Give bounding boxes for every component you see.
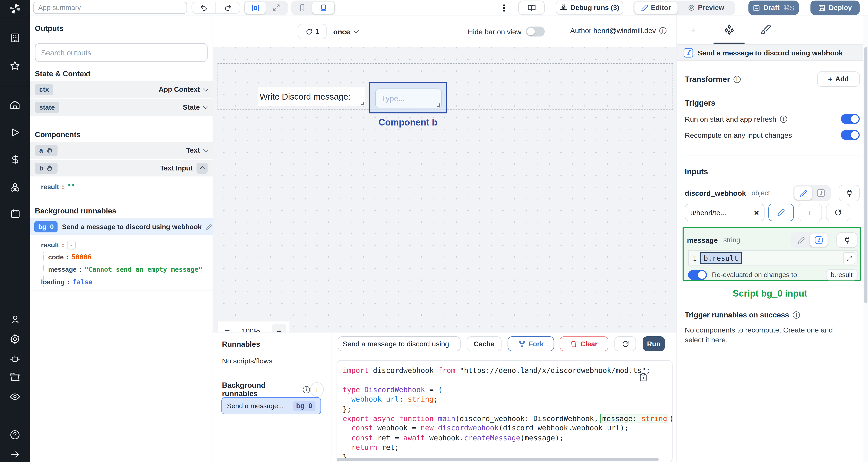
resource-input[interactable]: u/henri/te... × xyxy=(685,204,765,221)
runs-play-icon[interactable] xyxy=(0,125,30,140)
text-input-component[interactable]: Type... xyxy=(375,89,442,108)
home-icon[interactable] xyxy=(0,97,30,112)
scrollbar-track[interactable] xyxy=(863,15,868,462)
output-row-state[interactable]: state State xyxy=(30,99,213,116)
hide-bar-toggle[interactable] xyxy=(526,27,545,37)
zoom-in-button[interactable]: + xyxy=(272,324,286,332)
bg0-runnable-item[interactable]: Send a message... bg_0 xyxy=(221,397,321,414)
deploy-button[interactable]: Deploy xyxy=(810,1,860,15)
pencil-icon xyxy=(777,209,785,217)
variables-dollar-icon[interactable] xyxy=(0,153,30,167)
redo-button[interactable] xyxy=(216,2,240,13)
app-summary-input[interactable] xyxy=(33,2,187,14)
chevron-down-icon[interactable] xyxy=(203,104,208,109)
docs-book-button[interactable] xyxy=(518,1,545,15)
reeval-toggle[interactable] xyxy=(688,270,707,280)
undo-button[interactable] xyxy=(192,2,216,13)
zoom-out-button[interactable]: − xyxy=(225,326,230,332)
connect-plug-button[interactable] xyxy=(839,185,860,201)
component-row-b[interactable]: b Text Input xyxy=(30,160,213,177)
bg0-row[interactable]: bg_0 Send a message to discord using web… xyxy=(30,219,213,235)
add-transformer-button[interactable]: +Add xyxy=(817,71,860,87)
components-settings-tab[interactable] xyxy=(723,24,735,35)
fullscreen-layout-button[interactable] xyxy=(266,2,287,14)
cache-button[interactable]: Cache xyxy=(467,336,502,351)
workers-eye-icon[interactable] xyxy=(0,389,30,404)
copy-code-icon[interactable] xyxy=(639,373,648,382)
chevron-up-icon[interactable] xyxy=(196,163,208,174)
add-background-runnable-button[interactable]: + xyxy=(310,382,324,397)
script-panel: Cache Fork Clear Run import discordwebho… xyxy=(332,332,677,462)
edit-resource-button[interactable] xyxy=(768,204,794,221)
windmill-logo[interactable] xyxy=(0,0,30,18)
info-icon[interactable]: i xyxy=(659,27,666,34)
run-on-start-toggle[interactable] xyxy=(841,114,860,124)
workspace-building-icon[interactable] xyxy=(0,31,30,45)
user-icon[interactable] xyxy=(0,312,30,327)
layout-toggle-group xyxy=(244,1,288,15)
draft-button[interactable]: Draft⌘S xyxy=(748,1,799,15)
info-icon[interactable]: i xyxy=(793,311,800,319)
frequency-dropdown[interactable]: once xyxy=(333,24,359,39)
add-component-tab[interactable]: + xyxy=(690,26,696,35)
edit-pencil-icon[interactable] xyxy=(206,224,212,230)
tab-editor[interactable]: Editor xyxy=(634,2,678,14)
recompute-toggle[interactable] xyxy=(841,130,860,140)
resize-handle[interactable] xyxy=(361,102,364,105)
refresh-script-button[interactable] xyxy=(614,336,636,351)
help-icon[interactable] xyxy=(0,427,30,442)
info-icon[interactable]: i xyxy=(303,386,310,393)
schedules-calendar-icon[interactable] xyxy=(0,206,30,221)
refresh-icon xyxy=(834,209,842,217)
message-value: "Cannot send an empty message" xyxy=(84,265,202,273)
expression-editor[interactable]: 1 b.result xyxy=(688,250,858,266)
paintbrush-icon xyxy=(760,24,771,35)
info-icon[interactable]: i xyxy=(780,115,787,123)
create-resource-button[interactable]: + xyxy=(798,204,822,221)
tab-preview[interactable]: Preview xyxy=(678,2,734,14)
text-component-a[interactable]: Write Discord message: xyxy=(258,87,365,106)
settings-gear-icon[interactable] xyxy=(0,332,30,347)
clear-resource-x-icon[interactable]: × xyxy=(754,208,759,217)
desktop-view-button[interactable] xyxy=(312,2,334,14)
styling-brush-tab[interactable] xyxy=(760,24,771,35)
eval-mode[interactable]: f xyxy=(810,233,828,247)
mobile-view-button[interactable] xyxy=(292,2,312,14)
chevron-down-icon[interactable] xyxy=(203,86,208,92)
component-row-a[interactable]: a Text xyxy=(30,142,213,159)
expand-editor-icon[interactable] xyxy=(843,252,855,264)
static-pencil-mode[interactable] xyxy=(792,233,810,247)
refresh-resource-button[interactable] xyxy=(826,204,850,221)
expression-value[interactable]: b.result xyxy=(701,253,741,263)
favorites-star-icon[interactable] xyxy=(0,59,30,73)
collapse-arrow-icon[interactable] xyxy=(0,447,30,462)
fork-button[interactable]: Fork xyxy=(507,336,554,351)
run-button[interactable]: Run xyxy=(643,336,665,351)
connect-plug-button[interactable] xyxy=(836,232,858,248)
center-layout-button[interactable] xyxy=(245,2,266,14)
ai-robot-icon[interactable] xyxy=(0,351,30,366)
zoom-control: − 100% + xyxy=(218,321,290,332)
resources-cubes-icon[interactable] xyxy=(0,180,30,195)
search-outputs-input[interactable] xyxy=(35,43,208,62)
info-icon[interactable]: i xyxy=(733,75,741,83)
folders-icon[interactable] xyxy=(0,370,30,385)
reeval-target-chip[interactable]: b.result xyxy=(826,269,858,280)
refresh-count-button[interactable]: 1 xyxy=(298,24,327,39)
code-editor[interactable]: import discordwebhook from "https://deno… xyxy=(337,360,673,462)
resize-handle[interactable] xyxy=(437,103,440,107)
clear-button[interactable]: Clear xyxy=(560,336,608,351)
output-row-ctx[interactable]: ctx App Context xyxy=(30,81,213,98)
selected-component-b[interactable]: Type... xyxy=(369,82,447,113)
more-menu-kebab-icon[interactable] xyxy=(503,4,504,11)
collapse-toggle[interactable]: - xyxy=(67,240,76,250)
debug-runs-button[interactable]: Debug runs (3) xyxy=(556,1,623,15)
eval-mode[interactable]: f xyxy=(812,186,830,200)
scrollbar-thumb[interactable] xyxy=(864,47,867,303)
app-canvas[interactable]: Write Discord message: Type... Component… xyxy=(213,47,677,332)
horizontal-scrollbar[interactable] xyxy=(337,458,659,461)
bug-icon xyxy=(560,4,568,12)
static-pencil-mode[interactable] xyxy=(795,186,812,200)
script-name-input[interactable] xyxy=(338,336,461,351)
chevron-down-icon[interactable] xyxy=(203,147,208,153)
